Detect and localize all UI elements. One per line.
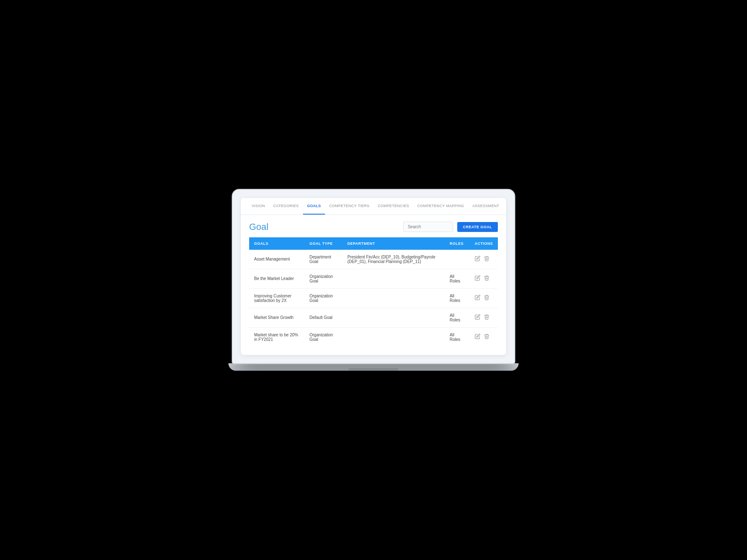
goal-name-cell: Market share to be 20% in FY2021 bbox=[249, 327, 304, 347]
nav-item-competency-mapping[interactable]: COMPETENCY MAPPING bbox=[413, 198, 468, 215]
edit-icon[interactable] bbox=[475, 333, 480, 340]
department-cell bbox=[342, 308, 445, 327]
col-header-department: DEPARTMENT bbox=[342, 237, 445, 250]
header-actions: CREATE GOAL bbox=[403, 222, 498, 232]
department-cell bbox=[342, 269, 445, 288]
nav-item-competency-tiers[interactable]: COMPETENCY TIERS bbox=[325, 198, 374, 215]
roles-cell: All Roles bbox=[445, 269, 470, 288]
edit-icon[interactable] bbox=[475, 314, 480, 321]
goals-table: GOALSGOAL TYPEDEPARTMENTROLESACTIONS Ass… bbox=[249, 237, 498, 347]
roles-cell bbox=[445, 250, 470, 269]
goal-type-cell: Organization Goal bbox=[304, 327, 342, 347]
nav-item-assessment[interactable]: ASSESSMENT bbox=[468, 198, 504, 215]
nav-item-review-cycle[interactable]: REVIEW CYCLE▾ bbox=[503, 198, 506, 215]
nav-item-goals[interactable]: GOALS bbox=[303, 198, 325, 215]
table-body: Asset ManagementDepartment GoalPresident… bbox=[249, 250, 498, 347]
table-row: Market Share GrowthDefault GoalAll Roles bbox=[249, 308, 498, 327]
edit-icon[interactable] bbox=[475, 256, 480, 263]
laptop-screen: VISIONCATEGORIESGOALSCOMPETENCY TIERSCOM… bbox=[233, 190, 514, 363]
edit-icon[interactable] bbox=[475, 294, 480, 302]
table-container: GOALSGOAL TYPEDEPARTMENTROLESACTIONS Ass… bbox=[241, 237, 506, 355]
delete-icon[interactable] bbox=[484, 294, 490, 302]
nav-item-vision[interactable]: VISION bbox=[247, 198, 269, 215]
delete-icon[interactable] bbox=[484, 256, 490, 263]
department-cell: President Fin/Acc (DEP_10), Budgeting/Pa… bbox=[342, 250, 445, 269]
delete-icon[interactable] bbox=[484, 314, 490, 321]
table-row: Improving Customer satisfaction by 2XOrg… bbox=[249, 288, 498, 308]
edit-icon[interactable] bbox=[475, 275, 480, 282]
app-container: VISIONCATEGORIESGOALSCOMPETENCY TIERSCOM… bbox=[241, 198, 506, 355]
goal-name-cell: Be the Market Leader bbox=[249, 269, 304, 288]
goal-name-cell: Market Share Growth bbox=[249, 308, 304, 327]
goal-type-cell: Department Goal bbox=[304, 250, 342, 269]
search-input[interactable] bbox=[403, 222, 453, 232]
actions-cell bbox=[470, 250, 498, 269]
goal-name-cell: Asset Management bbox=[249, 250, 304, 269]
nav-item-competencies[interactable]: COMPETENCIES bbox=[374, 198, 413, 215]
nav-bar: VISIONCATEGORIESGOALSCOMPETENCY TIERSCOM… bbox=[241, 198, 506, 215]
laptop-base bbox=[228, 363, 519, 371]
col-header-goals: GOALS bbox=[249, 237, 304, 250]
table-header-row: GOALSGOAL TYPEDEPARTMENTROLESACTIONS bbox=[249, 237, 498, 250]
department-cell bbox=[342, 288, 445, 308]
goal-name-cell: Improving Customer satisfaction by 2X bbox=[249, 288, 304, 308]
laptop-wrapper: VISIONCATEGORIESGOALSCOMPETENCY TIERSCOM… bbox=[233, 190, 514, 371]
nav-item-categories[interactable]: CATEGORIES bbox=[269, 198, 303, 215]
roles-cell: All Roles bbox=[445, 327, 470, 347]
actions-cell bbox=[470, 308, 498, 327]
col-header-roles: ROLES bbox=[445, 237, 470, 250]
actions-cell bbox=[470, 327, 498, 347]
create-goal-button[interactable]: CREATE GOAL bbox=[457, 222, 498, 232]
delete-icon[interactable] bbox=[484, 333, 490, 340]
col-header-actions: ACTIONS bbox=[470, 237, 498, 250]
actions-cell bbox=[470, 269, 498, 288]
goal-type-cell: Default Goal bbox=[304, 308, 342, 327]
actions-cell bbox=[470, 288, 498, 308]
table-header: GOALSGOAL TYPEDEPARTMENTROLESACTIONS bbox=[249, 237, 498, 250]
page-title: Goal bbox=[249, 222, 268, 232]
table-row: Market share to be 20% in FY2021Organiza… bbox=[249, 327, 498, 347]
delete-icon[interactable] bbox=[484, 275, 490, 282]
goal-type-cell: Organization Goal bbox=[304, 288, 342, 308]
page-header: Goal CREATE GOAL bbox=[241, 215, 506, 237]
col-header-goal-type: GOAL TYPE bbox=[304, 237, 342, 250]
table-row: Be the Market LeaderOrganization GoalAll… bbox=[249, 269, 498, 288]
goal-type-cell: Organization Goal bbox=[304, 269, 342, 288]
roles-cell: All Roles bbox=[445, 308, 470, 327]
roles-cell: All Roles bbox=[445, 288, 470, 308]
department-cell bbox=[342, 327, 445, 347]
table-row: Asset ManagementDepartment GoalPresident… bbox=[249, 250, 498, 269]
